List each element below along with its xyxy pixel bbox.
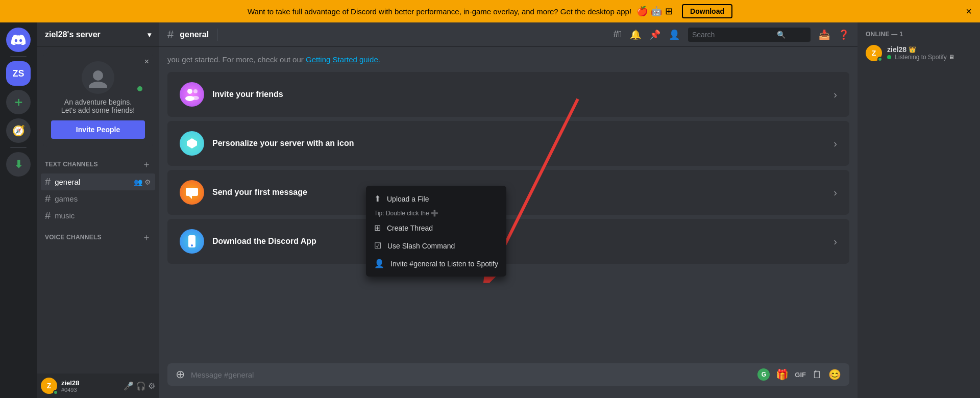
server-sidebar: ziel28's server ▾ × An adventure begins.… — [37, 22, 159, 398]
username: ziel28 — [61, 379, 119, 387]
text-channels-header[interactable]: TEXT CHANNELS ＋ — [41, 155, 155, 173]
message-input[interactable] — [191, 370, 751, 379]
chat-messages: you get started. For more, check out our… — [159, 47, 857, 363]
channel-hash-icon: # — [45, 193, 51, 205]
deafen-button[interactable]: 🎧 — [136, 381, 146, 391]
channel-general[interactable]: # general 👥 ⚙ — [41, 173, 155, 190]
svg-point-4 — [193, 89, 198, 93]
add-text-channel-button[interactable]: ＋ — [142, 158, 151, 170]
action-card-message[interactable]: Send your first message › — [167, 170, 849, 215]
popup-avatar-container — [51, 61, 145, 94]
action-card-content: Send your first message — [180, 180, 307, 205]
close-popup-button[interactable]: × — [144, 57, 149, 66]
thread-icon: ⊞ — [374, 223, 381, 233]
channel-settings-button[interactable]: ⚙ — [144, 178, 151, 186]
channel-games[interactable]: # games — [41, 190, 155, 207]
emoji-button[interactable]: 😊 — [828, 368, 841, 381]
right-sidebar: ONLINE — 1 Z ziel28 👑 Listening to Spoti… — [857, 22, 980, 398]
members-button[interactable]: 👤 — [669, 29, 680, 40]
download-button[interactable]: Download — [682, 4, 732, 18]
chat-input-area: ⊕ G 🎁 GIF 🗒 😊 — [159, 363, 857, 398]
action-card-app[interactable]: Download the Discord App › — [167, 219, 849, 264]
threads-button[interactable]: #⃣ — [613, 29, 622, 40]
svg-point-2 — [187, 89, 192, 94]
action-card-label: Invite your friends — [212, 90, 283, 99]
pin-button[interactable]: 📌 — [649, 29, 660, 40]
online-header: ONLINE — 1 — [862, 31, 976, 38]
member-name: ziel28 👑 — [887, 45, 972, 54]
member-info: ziel28 👑 Listening to Spotify 🖥 — [887, 45, 972, 61]
server-name: ziel28's server — [45, 30, 101, 39]
popup-text: An adventure begins. Let's add some frie… — [51, 98, 145, 114]
member-avatar: Z — [866, 45, 882, 61]
popup-avatar — [82, 61, 114, 94]
context-menu-item-slash[interactable]: ☑ Use Slash Command — [366, 237, 506, 255]
mute-button[interactable]: 🎤 — [124, 381, 134, 391]
context-menu-item-spotify[interactable]: 👤 Invite #general to Listen to Spotify — [366, 255, 506, 272]
action-icon-app — [180, 229, 204, 254]
channel-hash-icon: # — [45, 210, 51, 221]
context-menu-item-upload[interactable]: ⬆ Upload a File — [366, 190, 506, 208]
voice-channels-section: VOICE CHANNELS ＋ — [37, 228, 159, 246]
action-card-friends[interactable]: Invite your friends › — [167, 72, 849, 117]
server-icon-zs[interactable]: ZS — [6, 61, 31, 86]
banner-close-button[interactable]: × — [966, 6, 972, 17]
header-divider — [217, 29, 217, 41]
banner-platform-icons: 🍎 🤖 ⊞ — [636, 6, 673, 17]
inbox-button[interactable]: 📥 — [819, 29, 830, 40]
action-card-arrow: › — [834, 138, 837, 150]
spotify-invite-icon: 👤 — [374, 259, 384, 268]
action-card-label: Send your first message — [212, 188, 307, 197]
search-input[interactable] — [692, 31, 774, 39]
add-server-button[interactable]: ＋ — [6, 90, 31, 114]
user-discriminator: #0493 — [61, 387, 119, 393]
context-menu-label: Create Thread — [387, 224, 433, 232]
context-menu-item-thread[interactable]: ⊞ Create Thread — [366, 219, 506, 237]
notifications-button[interactable]: 🔔 — [630, 29, 641, 40]
explore-servers-button[interactable]: 🧭 — [6, 118, 31, 143]
crown-icon: 👑 — [909, 46, 916, 53]
action-card-content: Download the Discord App — [180, 229, 316, 254]
icon-bar-divider-2 — [10, 147, 27, 148]
invite-to-channel-button[interactable]: 👥 — [134, 178, 142, 186]
voice-channels-header[interactable]: VOICE CHANNELS ＋ — [41, 228, 155, 246]
header-actions: #⃣ 🔔 📌 👤 🔍 📥 ❓ — [613, 28, 849, 42]
discord-home-button[interactable] — [6, 28, 31, 52]
action-card-arrow: › — [834, 236, 837, 247]
member-item[interactable]: Z ziel28 👑 Listening to Spotify 🖥 — [862, 42, 976, 64]
context-menu-label: Upload a File — [387, 195, 429, 203]
gift-button[interactable]: 🎁 — [776, 368, 789, 381]
gif-button[interactable]: GIF — [795, 371, 806, 379]
top-banner: Want to take full advantage of Discord w… — [0, 0, 980, 22]
action-card-server[interactable]: Personalize your server with an icon › — [167, 121, 849, 166]
svg-marker-7 — [189, 196, 192, 199]
sticker-button[interactable]: 🗒 — [812, 369, 822, 381]
user-info: ziel28 #0493 — [61, 379, 119, 393]
action-card-label: Personalize your server with an icon — [212, 139, 354, 148]
add-attachment-button[interactable]: ⊕ — [176, 368, 185, 381]
add-voice-channel-button[interactable]: ＋ — [142, 231, 151, 243]
app-layout: ZS ＋ 🧭 ⬇ ziel28's server ▾ × — [0, 22, 980, 398]
context-menu-label: Invite #general to Listen to Spotify — [390, 260, 498, 268]
server-header[interactable]: ziel28's server ▾ — [37, 22, 159, 47]
invite-people-button[interactable]: Invite People — [51, 120, 145, 139]
slash-icon: ☑ — [374, 241, 381, 251]
help-button[interactable]: ❓ — [838, 29, 849, 40]
search-bar[interactable]: 🔍 — [688, 28, 811, 42]
windows-icon: ⊞ — [665, 6, 673, 17]
channel-hash-icon: # — [45, 176, 51, 188]
action-card-arrow: › — [834, 187, 837, 198]
user-controls: 🎤 🎧 ⚙ — [124, 381, 155, 391]
context-menu: ⬆ Upload a File Tip: Double click the ➕ … — [366, 186, 506, 277]
input-actions: G 🎁 GIF 🗒 😊 — [757, 368, 841, 381]
download-app-icon-button[interactable]: ⬇ — [6, 152, 31, 177]
channel-music[interactable]: # music — [41, 207, 155, 224]
action-card-arrow: › — [834, 89, 837, 101]
upload-icon: ⬆ — [374, 194, 381, 204]
channel-action-icons: 👥 ⚙ — [134, 178, 151, 186]
user-settings-button[interactable]: ⚙ — [148, 381, 155, 391]
search-icon: 🔍 — [777, 31, 786, 39]
getting-started-link[interactable]: Getting Started guide. — [306, 55, 380, 64]
channel-name: general — [55, 178, 80, 186]
member-avatar-letter: Z — [872, 49, 876, 57]
